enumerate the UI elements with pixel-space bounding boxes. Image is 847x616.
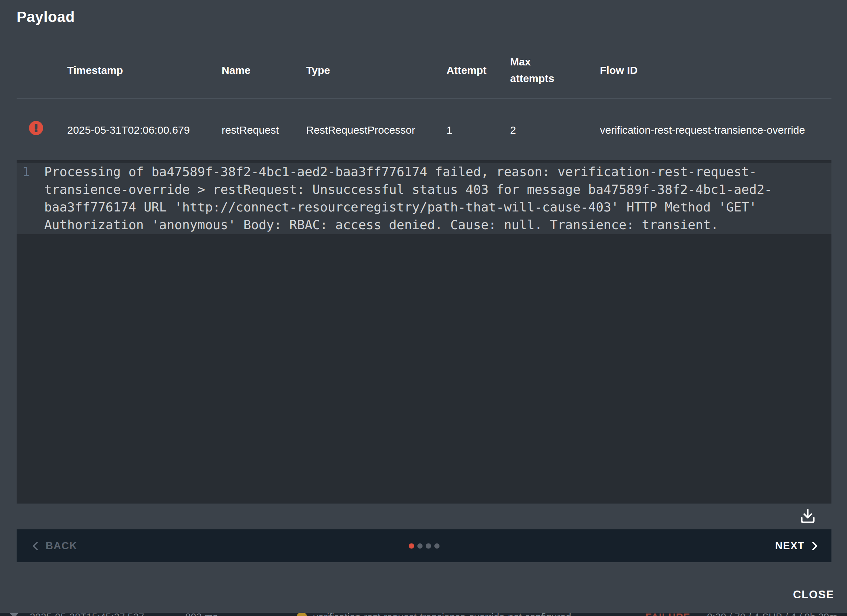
chevron-down-icon — [10, 613, 18, 616]
download-icon — [800, 508, 816, 524]
chevron-right-icon — [810, 541, 819, 551]
cell-timestamp[interactable]: 2025-05-31T02:06:00.679 — [67, 99, 215, 161]
pager-bar: BACK NEXT — [16, 529, 831, 562]
cell-type[interactable]: RestRequestProcessor — [306, 99, 440, 161]
line-number: 1 — [16, 163, 44, 181]
warning-icon — [297, 613, 307, 616]
cell-attempt[interactable]: 1 — [447, 99, 503, 161]
column-header-name: Name — [222, 53, 300, 87]
page-dot[interactable] — [409, 543, 414, 548]
chevron-left-icon — [31, 541, 41, 551]
cell-max-attempts[interactable]: 2 — [510, 99, 570, 161]
code-line: Processing of ba47589f-38f2-4bc1-aed2-ba… — [44, 163, 757, 181]
active-code-line: 1 Processing of ba47589f-38f2-4bc1-aed2-… — [16, 162, 831, 234]
table-header-divider — [16, 98, 831, 99]
next-label: NEXT — [775, 540, 804, 552]
payload-code-viewer[interactable]: 1 Processing of ba47589f-38f2-4bc1-aed2-… — [16, 160, 831, 504]
error-icon — [29, 121, 43, 135]
back-button[interactable]: BACK — [31, 540, 77, 552]
column-header-max-attempts: Max attempts — [510, 53, 570, 87]
code-line: baa3ff776174 URL 'http://connect-resourc… — [44, 198, 757, 216]
page-dot[interactable] — [434, 543, 440, 548]
close-button[interactable]: CLOSE — [793, 588, 834, 601]
code-line: Authorization 'anonymous' Body: RBAC: ac… — [44, 216, 718, 234]
column-header-attempt: Attempt — [447, 53, 503, 87]
dialog-title: Payload — [16, 9, 75, 25]
page-dots — [409, 543, 440, 548]
page-dot[interactable] — [426, 543, 431, 548]
download-button[interactable] — [797, 506, 819, 526]
column-header-timestamp: Timestamp — [67, 53, 215, 87]
cell-name[interactable]: restRequest — [222, 99, 300, 161]
column-header-flow-id: Flow ID — [600, 53, 819, 87]
next-button[interactable]: NEXT — [775, 540, 819, 552]
code-line: transience-override > restRequest: Unsuc… — [44, 181, 772, 198]
payload-dialog: Payload Timestamp Name Type Attempt Max … — [0, 0, 847, 613]
screen: 2025-05-28T15:45:27.527 803 ms verificat… — [0, 0, 847, 616]
cell-flow-id[interactable]: verification-rest-request-transience-ove… — [600, 99, 819, 161]
page-dot[interactable] — [417, 543, 422, 548]
column-header-type: Type — [306, 53, 440, 87]
back-label: BACK — [46, 540, 77, 552]
